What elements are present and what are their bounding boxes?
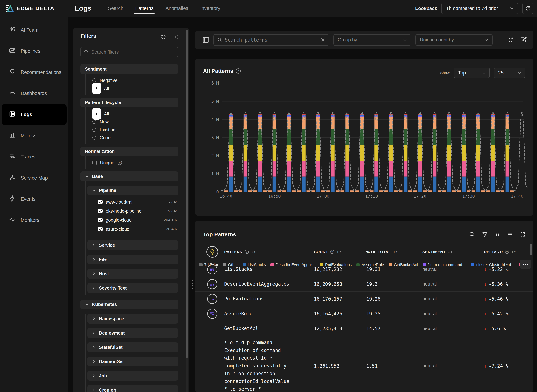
sort-icon[interactable]: ↓↑	[337, 250, 342, 254]
filter-group-severity-text[interactable]: Severity Text	[87, 283, 178, 293]
sidebar-item-monitors[interactable]: Monitors	[2, 210, 67, 231]
legend-item[interactable]: DescribeEventAggre...	[271, 262, 315, 267]
radio-option-existing[interactable]: Existing	[92, 126, 178, 134]
filter-group-pipeline[interactable]: Pipeline	[87, 186, 178, 195]
tab-inventory[interactable]: Inventory	[200, 0, 220, 17]
table-row[interactable]: * o m d p commandExecution of commandwit…	[195, 336, 533, 392]
sidebar-item-dashboards[interactable]: Dashboards	[2, 83, 67, 104]
filters-search-input[interactable]	[91, 49, 175, 55]
filter-section-normalization[interactable]: Normalization	[81, 146, 178, 156]
table-columns-button[interactable]	[495, 232, 500, 237]
radio-all[interactable]	[92, 83, 101, 94]
legend-item[interactable]: GetBucketAcl	[389, 262, 418, 267]
sidebar-item-ai-team[interactable]: AI Team	[2, 19, 67, 41]
sort-icon[interactable]: ↓↑	[448, 250, 453, 254]
sidebar-item-service-map[interactable]: Service Map	[2, 168, 67, 189]
sidebar-item-traces[interactable]: Traces	[2, 146, 67, 168]
filter-group-namespace[interactable]: Namespace	[87, 314, 178, 323]
sidebar-item-logs[interactable]: Logs	[2, 104, 67, 125]
pipeline-item-azure-cloud[interactable]: azure-cloud20.4 K	[94, 224, 178, 233]
legend-item[interactable]: PutEvaluations	[320, 262, 352, 267]
pipeline-item-eks-node-pipeline[interactable]: eks-node-pipeline6.7 M	[94, 206, 178, 215]
panel-resize-handle[interactable]	[190, 280, 195, 291]
show-count-select[interactable]: 25	[494, 68, 525, 78]
table-row[interactable]: DescribeEventAggregates16,209,65319.3neu…	[195, 277, 533, 291]
filters-scrollbar-thumb[interactable]	[186, 30, 188, 358]
radio-option-gone[interactable]: Gone	[92, 134, 178, 142]
group-by-select[interactable]: Group by	[333, 34, 411, 46]
filter-section-sentiment[interactable]: Sentiment	[81, 64, 178, 74]
filter-group-job[interactable]: Job	[87, 371, 178, 381]
sidebar-item-pipelines[interactable]: Pipelines	[2, 41, 67, 62]
filter-group-cronjob[interactable]: Cronjob	[87, 385, 178, 392]
pipeline-item-google-cloud[interactable]: google-cloud204.1 K	[94, 215, 178, 224]
table-row[interactable]: AssumeRole16,164,42619.25neutral↓-5.42 %	[195, 306, 533, 321]
table-search-button[interactable]	[469, 232, 475, 237]
radio-option-new[interactable]: New	[92, 118, 178, 126]
column-header-count[interactable]: COUNT?↓↑	[314, 250, 366, 254]
refresh-patterns-button[interactable]	[508, 37, 513, 43]
legend-item[interactable]: cluster ClusterId * d...	[471, 262, 514, 267]
filter-group-deployment[interactable]: Deployment	[87, 328, 178, 338]
column-header-delta-7d[interactable]: DELTA 7D?↓↑	[484, 250, 529, 254]
radio-new[interactable]	[92, 120, 96, 124]
pattern-search-input[interactable]	[225, 37, 318, 43]
legend-item[interactable]: AssumeRole	[356, 262, 384, 267]
legend-item[interactable]: Other	[223, 262, 238, 267]
table-fullscreen-button[interactable]	[520, 232, 525, 237]
radio-all[interactable]	[92, 108, 101, 120]
create-monitor-button[interactable]	[520, 37, 527, 43]
sidebar-item-recommendations[interactable]: Recommendations	[2, 62, 67, 83]
checkbox-unique[interactable]	[92, 161, 97, 165]
show-mode-select[interactable]: Top	[454, 68, 490, 78]
stacked-bar-chart[interactable]: 01 M2 M3 M4 M5 M6 M16:4016:5017:0017:101…	[195, 59, 533, 215]
help-icon[interactable]: ?	[236, 69, 241, 74]
checkbox-eks-node-pipeline[interactable]	[98, 209, 103, 213]
filter-section-base[interactable]: Base	[81, 171, 178, 181]
table-row[interactable]: GetBucketAcl12,235,41914.57neutral↓-5.6 …	[195, 321, 533, 336]
radio-existing[interactable]	[92, 128, 96, 132]
filter-group-host[interactable]: Host	[87, 269, 178, 279]
table-filter-button[interactable]	[482, 232, 487, 237]
help-icon[interactable]: ?	[245, 250, 249, 254]
unique-count-by-select[interactable]: Unique count by	[415, 34, 493, 46]
filters-search[interactable]	[81, 47, 178, 57]
radio-option-all[interactable]: All	[92, 84, 178, 92]
legend-more-button[interactable]: •••	[520, 260, 531, 269]
pattern-search[interactable]	[213, 34, 329, 46]
filters-close-button[interactable]	[172, 34, 179, 40]
filters-reset-button[interactable]	[160, 34, 166, 40]
checkbox-google-cloud[interactable]	[98, 218, 103, 222]
column-header-sentiment[interactable]: SENTIMENT↓↑	[422, 250, 484, 254]
radio-option-negative[interactable]: Negative	[92, 76, 178, 84]
help-icon[interactable]: ?	[330, 250, 334, 254]
radio-gone[interactable]	[92, 136, 96, 140]
radio-negative[interactable]	[92, 78, 96, 82]
checkbox-aws-cloudtrail[interactable]	[98, 200, 103, 204]
clear-search-icon[interactable]	[321, 38, 325, 42]
tab-anomalies[interactable]: Anomalies	[166, 0, 188, 17]
legend-item[interactable]: ListStacks	[243, 262, 266, 267]
tab-patterns[interactable]: Patterns	[135, 0, 153, 17]
sort-icon[interactable]: ↓↑	[511, 250, 516, 254]
filter-section-kubernetes[interactable]: Kubernetes	[81, 299, 178, 309]
checkbox-azure-cloud[interactable]	[98, 227, 103, 231]
table-scrollbar-thumb[interactable]	[530, 244, 532, 255]
pipeline-item-aws-cloudtrail[interactable]: aws-cloudtrail77 M	[94, 197, 178, 206]
tab-search[interactable]: Search	[108, 0, 124, 17]
column-header--of-total[interactable]: % OF TOTAL↓↑	[366, 250, 422, 254]
collapse-panel-button[interactable]	[203, 37, 209, 43]
lookback-select[interactable]: 1h compared to 7d prior	[441, 3, 518, 14]
table-density-button[interactable]	[507, 232, 513, 237]
help-icon[interactable]: ?	[505, 250, 509, 254]
help-icon[interactable]: ?	[118, 161, 122, 165]
column-header-pattern[interactable]: PATTERN?↓↑	[224, 250, 314, 254]
filter-group-service[interactable]: Service	[87, 240, 178, 250]
sidebar-item-events[interactable]: Events	[2, 189, 67, 210]
filter-group-file[interactable]: File	[87, 255, 178, 264]
legend-item[interactable]: * o m d p command ...	[423, 262, 466, 267]
filter-group-daemonset[interactable]: DaemonSet	[87, 357, 178, 366]
legend-item[interactable]: 7d Prior	[199, 262, 218, 267]
table-row[interactable]: PutEvaluations16,170,15719.26neutral↓-5.…	[195, 291, 533, 306]
radio-option-all[interactable]: All	[92, 110, 178, 118]
